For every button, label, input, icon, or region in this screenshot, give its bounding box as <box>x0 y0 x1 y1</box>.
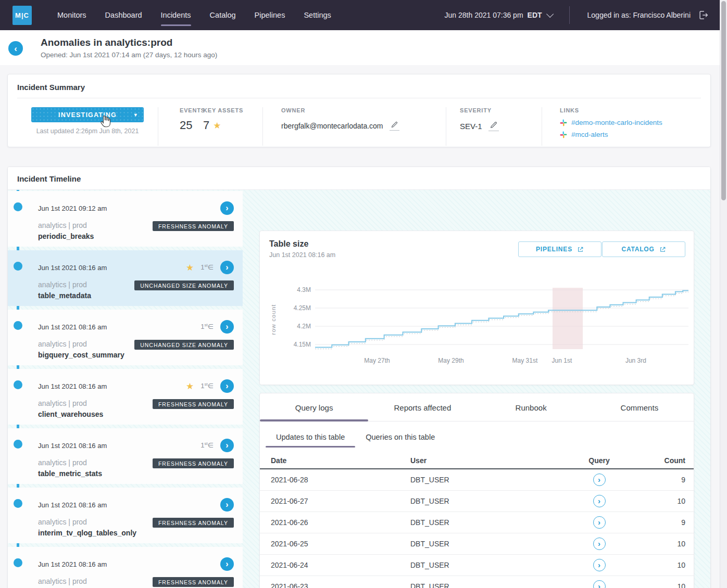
entry-timestamp: Jun 1st 2021 09:12 am <box>38 204 107 212</box>
detail-tab[interactable]: Comments <box>585 393 694 421</box>
nav-item-settings[interactable]: Settings <box>304 8 331 22</box>
timeline-entries: Jun 1st 2021 09:12 am ★ 1st∈ › analytics… <box>8 191 243 588</box>
view-query-button[interactable]: › <box>593 580 606 588</box>
timeline-entry[interactable]: Jun 1st 2021 08:16 am ★ 1st∈ › analytics… <box>8 428 243 484</box>
first-in-lineage-icon: 1st∈ <box>200 382 214 390</box>
anomaly-type-badge: FRESHNESS ANOMALY <box>153 221 234 231</box>
query-row-date: 2021-06-26 <box>271 518 410 527</box>
svg-text:4.2M: 4.2M <box>297 323 311 330</box>
query-table-row: 2021-06-23 DBT_USER › 10 <box>260 576 694 588</box>
page-subtitle: Opened: Jun 1st 2021 07:14 am (27 days, … <box>41 51 217 59</box>
entry-dataset: analytics | prod <box>38 340 124 348</box>
view-query-button[interactable]: › <box>593 516 606 529</box>
entry-timestamp: Jun 1st 2021 08:16 am <box>38 264 107 272</box>
nav-item-incidents[interactable]: Incidents <box>161 8 191 22</box>
incident-summary-card: Incident Summary INVESTIGATING ▾ Last up… <box>7 74 711 147</box>
timeline-dot <box>14 380 22 389</box>
nav-divider <box>569 6 570 24</box>
svg-text:Jun 1st: Jun 1st <box>552 357 572 364</box>
caret-down-icon: ▾ <box>134 112 137 118</box>
scrollbar-thumb[interactable] <box>721 1 726 200</box>
edit-owner-button[interactable] <box>390 121 399 131</box>
query-row-count: 10 <box>677 540 685 548</box>
entry-table-name: periodic_breaks <box>38 232 94 240</box>
timeline-entry[interactable]: Jun 1st 2021 08:16 am ★ 1st∈ › analytics… <box>8 488 243 543</box>
view-query-button[interactable]: › <box>593 474 606 486</box>
query-row-count: 10 <box>677 497 685 505</box>
slack-icon <box>560 131 567 138</box>
edit-severity-button[interactable] <box>488 121 499 131</box>
key-assets-label: KEY ASSETS <box>203 107 262 113</box>
pipelines-button[interactable]: PIPELINES <box>518 241 601 257</box>
slack-icon <box>560 119 567 126</box>
query-log-subtab[interactable]: Queries on this table <box>355 426 445 448</box>
slack-channel-link[interactable]: #mcd-alerts <box>560 131 710 138</box>
open-event-button[interactable]: › <box>220 498 234 512</box>
back-button[interactable]: ‹ <box>8 41 23 56</box>
entry-dataset: analytics | prod <box>38 221 94 229</box>
svg-text:4.25M: 4.25M <box>294 304 311 312</box>
timeline-entry[interactable]: Jun 1st 2021 09:12 am ★ 1st∈ › analytics… <box>8 191 243 247</box>
logout-icon[interactable] <box>698 9 709 21</box>
key-asset-star-icon: ★ <box>186 262 194 273</box>
slack-channel-link[interactable]: #demo-monte-carlo-incidents <box>560 119 710 126</box>
external-link-icon <box>577 246 584 253</box>
open-event-button[interactable]: › <box>220 320 234 334</box>
app-viewport: M|C MonitorsDashboardIncidentsCatalogPip… <box>0 0 727 588</box>
timeline-dot <box>14 321 22 330</box>
entry-dataset: analytics | prod <box>38 577 152 585</box>
first-in-lineage-icon: 1st∈ <box>200 441 214 449</box>
query-row-count: 9 <box>681 476 685 484</box>
query-row-user: DBT_USER <box>410 561 549 569</box>
datetime-label: Jun 28th 2021 07:36 pm <box>445 11 523 19</box>
open-event-button[interactable]: › <box>220 557 234 571</box>
nav-item-pipelines[interactable]: Pipelines <box>255 8 285 22</box>
monte-carlo-logo: M|C <box>12 6 32 25</box>
table-size-card: Table size Jun 1st 2021 08:16 am PIPELIN… <box>259 231 694 385</box>
timeline-dot <box>14 558 22 567</box>
open-event-button[interactable]: › <box>220 379 234 393</box>
svg-text:4.3M: 4.3M <box>297 286 311 293</box>
query-row-count: 10 <box>677 561 685 569</box>
query-row-user: DBT_USER <box>410 518 549 527</box>
timeline-dot <box>14 499 22 508</box>
open-event-button[interactable]: › <box>220 439 234 452</box>
catalog-button[interactable]: CATALOG <box>602 241 685 257</box>
owner-label: OWNER <box>281 107 446 113</box>
svg-text:May 27th: May 27th <box>364 357 390 364</box>
detail-tab[interactable]: Query logs <box>260 393 368 421</box>
datetime-picker[interactable]: Jun 28th 2021 07:36 pm EDT <box>445 11 551 19</box>
external-link-icon <box>659 246 666 253</box>
view-query-button[interactable]: › <box>593 559 606 571</box>
incident-timeline-card: Incident Timeline Jun 1st 2021 09:12 am … <box>7 167 711 588</box>
slack-channel-name: #demo-monte-carlo-incidents <box>571 119 662 126</box>
column-header-date: Date <box>271 456 410 465</box>
events-value: 25 <box>180 119 203 132</box>
timeline-entry[interactable]: Jun 1st 2021 08:16 am ★ 1st∈ › analytics… <box>8 250 243 306</box>
page-scrollbar[interactable] <box>720 0 727 588</box>
column-header-user: User <box>410 456 549 465</box>
page-header: ‹ Anomalies in analytics:prod Opened: Ju… <box>0 30 727 65</box>
top-navbar: M|C MonitorsDashboardIncidentsCatalogPip… <box>0 0 727 30</box>
timeline-entry[interactable]: Jun 1st 2021 08:16 am ★ 1st∈ › analytics… <box>8 547 243 588</box>
nav-item-dashboard[interactable]: Dashboard <box>105 8 142 22</box>
anomaly-type-badge: FRESHNESS ANOMALY <box>153 399 234 409</box>
detail-tab[interactable]: Runbook <box>477 393 585 421</box>
open-event-button[interactable]: › <box>220 261 234 274</box>
entry-timestamp: Jun 1st 2021 08:16 am <box>38 442 107 450</box>
nav-item-monitors[interactable]: Monitors <box>57 8 86 22</box>
query-log-subtab[interactable]: Updates to this table <box>266 426 355 448</box>
timeline-entry[interactable]: Jun 1st 2021 08:16 am ★ 1st∈ › analytics… <box>8 369 243 425</box>
nav-item-catalog[interactable]: Catalog <box>210 8 236 22</box>
query-row-user: DBT_USER <box>410 476 549 484</box>
entry-table-name: table_metadata <box>38 291 91 300</box>
view-query-button[interactable]: › <box>593 538 606 550</box>
timeline-dot <box>14 202 22 211</box>
view-query-button[interactable]: › <box>593 495 606 507</box>
timeline-entry[interactable]: Jun 1st 2021 08:16 am ★ 1st∈ › analytics… <box>8 310 243 365</box>
open-event-button[interactable]: › <box>220 201 234 215</box>
query-table-row: 2021-06-25 DBT_USER › 10 <box>260 533 694 555</box>
status-dropdown-button[interactable]: INVESTIGATING ▾ <box>31 107 144 122</box>
query-row-date: 2021-06-27 <box>271 497 410 505</box>
detail-tab[interactable]: Reports affected <box>368 393 477 421</box>
